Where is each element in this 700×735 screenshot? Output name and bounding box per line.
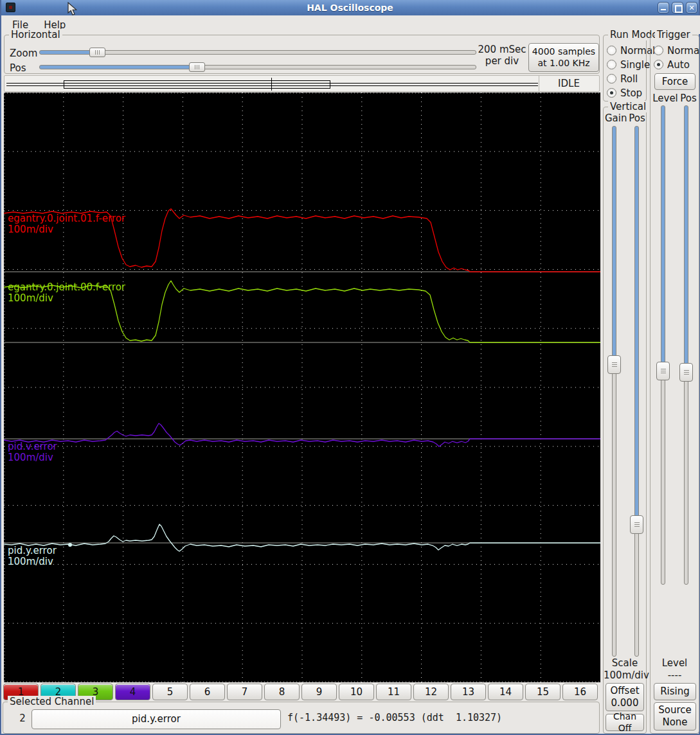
vertical-panel: Vertical Gain Pos Scale 100m/div Offset …: [603, 107, 647, 734]
svg-text:100m/div: 100m/div: [8, 556, 53, 567]
record-window-box: [64, 80, 330, 89]
radio-label: Roll: [620, 73, 638, 85]
trigger-level-slider[interactable]: [661, 105, 665, 585]
minimize-button[interactable]: [658, 2, 669, 13]
svg-text:100m/div: 100m/div: [8, 224, 53, 235]
radio-icon: [607, 74, 616, 84]
radio-selected-icon: [607, 88, 616, 98]
trigger-pos-slider-label: Pos: [679, 93, 698, 104]
cursor-value-readout: f(-1.34493) = -0.00553 (ddt 1.10327): [287, 712, 502, 723]
chan-off-label: Chan Off: [606, 711, 643, 734]
source-label: Source: [654, 704, 696, 716]
scope-display: egantry.0.joint.01.f-error100m/divegantr…: [4, 93, 600, 682]
radio-label: Normal: [667, 45, 700, 57]
edge-button[interactable]: Rising: [654, 683, 696, 700]
mouse-cursor: [67, 2, 78, 19]
channel-number: 14: [489, 686, 523, 698]
maximize-button[interactable]: [672, 2, 683, 13]
horizontal-pos-slider-handle[interactable]: [189, 62, 205, 72]
run-mode-stop[interactable]: Stop: [607, 87, 642, 98]
trigger-panel: Trigger Normal Auto Force Level Pos Leve…: [650, 35, 699, 734]
channel-button-12[interactable]: 12: [413, 684, 449, 700]
horizontal-panel-label: Horizontal: [9, 29, 62, 40]
channel-button-9[interactable]: 9: [301, 684, 337, 700]
trigger-normal[interactable]: Normal: [654, 45, 700, 56]
trigger-pos-slider[interactable]: [684, 105, 688, 585]
scale-title: Scale: [604, 657, 646, 669]
channel-button-8[interactable]: 8: [264, 684, 300, 700]
channel-button-11[interactable]: 11: [376, 684, 411, 700]
offset-value: 0.000: [606, 697, 643, 709]
vertical-panel-label: Vertical: [608, 101, 648, 112]
window-frame: HAL Oscilloscope ✕ File Help Horizontal …: [0, 0, 700, 735]
horizontal-panel: Horizontal Zoom Pos 200 mSec per div 400…: [4, 35, 600, 74]
vertical-pos-slider-handle[interactable]: [630, 515, 643, 534]
sample-count: 4000 samples: [529, 46, 598, 58]
radio-icon: [607, 60, 616, 69]
channel-button-14[interactable]: 14: [488, 684, 523, 700]
trigger-level-value: ----: [651, 669, 699, 681]
channel-button-4[interactable]: 4: [115, 684, 150, 700]
svg-text:pid.v.error: pid.v.error: [8, 441, 58, 452]
channel-number: 13: [451, 686, 485, 698]
radio-icon: [607, 46, 616, 55]
svg-text:100m/div: 100m/div: [8, 292, 53, 304]
channel-number: 8: [265, 686, 299, 698]
channel-button-6[interactable]: 6: [190, 684, 225, 700]
force-label: Force: [655, 76, 695, 88]
svg-text:pid.y.error: pid.y.error: [8, 545, 57, 556]
channel-number: 11: [377, 686, 411, 698]
offset-button[interactable]: Offset 0.000: [606, 683, 644, 711]
horizontal-zoom-slider-handle[interactable]: [89, 48, 105, 57]
trigger-pos-slider-handle[interactable]: [679, 363, 693, 382]
record-position-strip: IDLE: [4, 75, 600, 92]
run-mode-normal[interactable]: Normal: [607, 45, 655, 56]
channel-number: 10: [339, 686, 373, 698]
channel-button-13[interactable]: 13: [451, 684, 486, 700]
channel-button-16[interactable]: 16: [562, 684, 598, 700]
channel-number: 7: [228, 686, 262, 698]
vertical-gain-slider-handle[interactable]: [607, 355, 621, 374]
channel-button-7[interactable]: 7: [227, 684, 262, 700]
channel-button-15[interactable]: 15: [525, 684, 561, 700]
vertical-pos-slider[interactable]: [634, 126, 639, 657]
radio-selected-icon: [654, 60, 663, 69]
radio-icon: [654, 46, 663, 55]
channel-number: 16: [563, 686, 597, 698]
selected-channel-name: pid.y.error: [32, 713, 280, 725]
channel-number: 5: [153, 686, 187, 698]
channel-number: 9: [302, 686, 336, 698]
trigger-level-slider-handle[interactable]: [656, 362, 670, 380]
selected-channel-number: 2: [16, 713, 29, 724]
horizontal-pos-slider[interactable]: [39, 65, 476, 69]
time-per-div-units: per div: [478, 55, 526, 67]
trigger-auto[interactable]: Auto: [654, 59, 690, 70]
channel-button-5[interactable]: 5: [152, 684, 188, 700]
run-mode-roll[interactable]: Roll: [607, 73, 638, 84]
app-icon[interactable]: [6, 3, 15, 12]
zoom-slider-label: Zoom: [10, 48, 37, 59]
close-button[interactable]: ✕: [686, 2, 697, 13]
pos-slider-label: Pos: [10, 62, 26, 74]
selected-channel-panel: Selected Channel 2 pid.y.error f(-1.3449…: [3, 702, 600, 734]
vertical-gain-slider[interactable]: [612, 126, 616, 657]
radio-label: Auto: [667, 59, 690, 71]
run-mode-single[interactable]: Single: [607, 59, 650, 70]
trigger-panel-label: Trigger: [655, 29, 692, 40]
selected-channel-name-button[interactable]: pid.y.error: [31, 709, 281, 729]
radio-label: Single: [620, 59, 650, 71]
vertical-pos-slider-label: Pos: [627, 112, 647, 124]
gain-slider-label: Gain: [605, 112, 627, 124]
channel-number: 15: [526, 686, 560, 698]
sample-rate-button[interactable]: 4000 samples at 1.00 KHz: [528, 43, 599, 72]
trigger-source-button[interactable]: Source None: [654, 702, 696, 731]
svg-text:egantry.0.joint.01.f-error: egantry.0.joint.01.f-error: [8, 213, 126, 224]
channel-number: 12: [414, 686, 448, 698]
chan-off-button[interactable]: Chan Off: [606, 714, 644, 731]
run-mode-panel: Run Mode Normal Single Roll Stop: [603, 35, 647, 102]
channel-number: 4: [116, 686, 150, 698]
window-title: HAL Oscilloscope: [1, 3, 699, 13]
channel-button-10[interactable]: 10: [339, 684, 374, 700]
force-button[interactable]: Force: [654, 73, 696, 90]
svg-text:egantry.0.joint.00.f-error: egantry.0.joint.00.f-error: [8, 281, 126, 293]
